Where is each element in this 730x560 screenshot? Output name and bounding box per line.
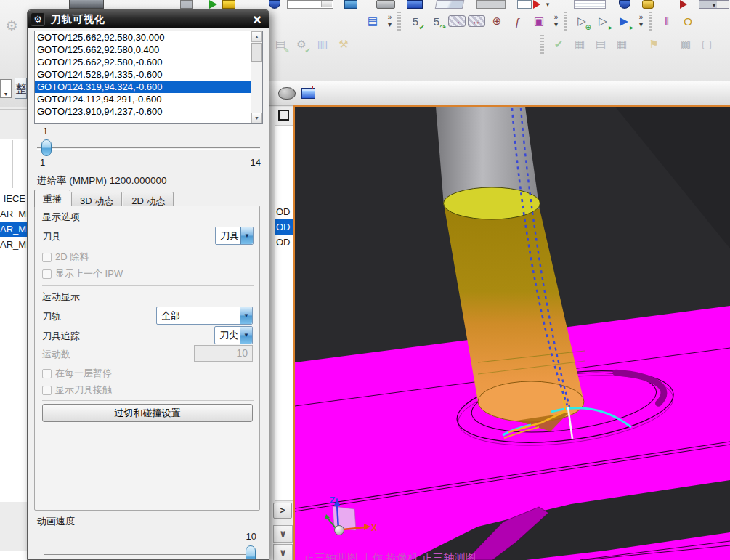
toolbar-overflow[interactable]: »▾: [384, 11, 395, 31]
toolbar-sep[interactable]: [636, 35, 640, 54]
edit-doc-icon[interactable]: ▤✎: [271, 35, 290, 54]
toolbar-sep[interactable]: [668, 35, 672, 54]
shield-icon-fragment[interactable]: [619, 0, 630, 9]
gray-icon-fragment[interactable]: [180, 0, 193, 9]
circle-center-icon[interactable]: ⊕: [487, 12, 506, 31]
navigator-row[interactable]: AR_MI: [0, 222, 27, 237]
tool-list-icon[interactable]: ▤: [591, 35, 610, 54]
panes-icon-fragment[interactable]: [435, 0, 465, 9]
books-icon[interactable]: ▥: [313, 35, 332, 54]
hatch-forward-icon[interactable]: →: [448, 15, 466, 27]
profile-curve-icon[interactable]: 5↷: [427, 12, 446, 31]
navigator-row[interactable]: OD: [275, 219, 293, 235]
shield-icon-fragment[interactable]: [269, 0, 280, 9]
gear-icon[interactable]: ⚙: [31, 12, 45, 26]
images-wand-icon[interactable]: ▩: [676, 35, 695, 54]
combo-box-fragment[interactable]: [287, 0, 333, 9]
gray-rect-fragment[interactable]: [476, 0, 506, 9]
navigator-row[interactable]: AR_MI: [0, 237, 27, 252]
expand-pane-button[interactable]: >: [273, 503, 292, 519]
profile-check-icon[interactable]: 5✔: [406, 12, 425, 31]
selection-filter-combo[interactable]: ▾: [0, 79, 12, 98]
checkbox-show-ipw[interactable]: 显示上一个 IPW: [42, 267, 123, 280]
checkbox-icon[interactable]: [42, 386, 52, 395]
red-play-icon-fragment[interactable]: [680, 0, 687, 9]
checkbox-icon[interactable]: [42, 269, 52, 279]
checkbox-icon[interactable]: [42, 369, 52, 378]
scrollbar-thumb[interactable]: [251, 43, 262, 62]
scroll-up-icon[interactable]: ▲: [251, 31, 262, 42]
goto-row[interactable]: GOTO/124.319,94.324,-0.600: [35, 81, 262, 93]
scrollbar[interactable]: ▲ ▼: [251, 31, 262, 123]
filter-filled-icon[interactable]: ▶▸: [615, 12, 633, 31]
graphics-viewport[interactable]: Z X 正三轴测图 工作 摄像机 正三轴测图: [293, 105, 730, 560]
navigator-row[interactable]: AR_MI: [0, 206, 27, 222]
monitors-icon-fragment[interactable]: [69, 0, 104, 9]
tool-box-icon[interactable]: ▦: [570, 35, 589, 54]
navigator-row[interactable]: OD: [275, 235, 293, 250]
toolbar-handle[interactable]: [397, 12, 401, 31]
toolpath-dropdown[interactable]: 全部 ▼: [156, 307, 253, 325]
blue-box-icon-fragment[interactable]: [407, 0, 423, 9]
toolbar-handle[interactable]: [649, 12, 652, 31]
nested-squares-icon[interactable]: ▣: [530, 12, 548, 31]
scroll-down-icon[interactable]: ▼: [251, 113, 262, 123]
goto-listbox[interactable]: GOTO/125.662,92.580,30.000GOTO/125.662,9…: [34, 31, 263, 124]
yellow-box-icon-fragment[interactable]: [222, 0, 235, 9]
mouse-mode-icon[interactable]: [278, 87, 296, 100]
flag-icon[interactable]: ⚑: [644, 35, 663, 54]
tool-dropdown[interactable]: 刀具 ▼: [215, 227, 254, 245]
hatch-sym-icon[interactable]: ↔: [468, 15, 485, 27]
toolbar-overflow[interactable]: »▾: [636, 11, 646, 31]
wrench-icon[interactable]: ⚒: [334, 35, 353, 54]
tab-3d-dynamic[interactable]: 3D 动态: [71, 192, 122, 207]
goto-row[interactable]: GOTO/124.528,94.335,-0.600: [35, 68, 262, 81]
form-icon-fragment[interactable]: [574, 0, 606, 9]
toolbar-handle[interactable]: [540, 35, 544, 54]
close-icon[interactable]: ×: [248, 12, 266, 28]
toolbar-handle[interactable]: [564, 12, 567, 31]
animation-slider-thumb[interactable]: [246, 545, 256, 560]
class-selection-button[interactable]: 整: [15, 78, 27, 99]
verify-toolpath-icon[interactable]: ✔: [549, 35, 568, 54]
part-icon-fragment[interactable]: [376, 0, 395, 9]
toolbar-sep[interactable]: [721, 35, 725, 54]
navigator-row[interactable]: OD: [275, 204, 293, 219]
scroll-down-button[interactable]: ∨: [273, 525, 293, 543]
step-slider-track[interactable]: [37, 147, 260, 150]
motion-count-field[interactable]: 10: [194, 345, 253, 362]
datum-doc-icon[interactable]: ▤: [363, 12, 382, 31]
spline-icon[interactable]: ƒ: [508, 12, 527, 31]
toolbar-overflow[interactable]: »▾: [551, 11, 561, 31]
play-icon-fragment[interactable]: [209, 0, 217, 9]
clipboard-icon-fragment[interactable]: [344, 0, 357, 9]
gouge-collision-settings-button[interactable]: 过切和碰撞设置: [42, 404, 253, 422]
dropdown-arrow-fragment[interactable]: ▾: [543, 0, 552, 9]
animation-slider-track[interactable]: [44, 554, 256, 556]
doc-copy-icon[interactable]: ▢: [697, 35, 716, 54]
key-icon[interactable]: O: [678, 12, 697, 31]
filter-point-icon[interactable]: ▷⊕: [572, 12, 591, 31]
checkbox-icon[interactable]: [42, 253, 52, 262]
tool-check-icon[interactable]: ⚙✔: [292, 35, 311, 54]
tool-trace-dropdown[interactable]: 刀尖 ▼: [214, 326, 253, 344]
machine-tool-icon[interactable]: ⚙: [1, 14, 23, 37]
checkbox-2d-removal[interactable]: 2D 除料: [42, 251, 89, 264]
step-slider-thumb[interactable]: [41, 139, 52, 156]
bounding-box-icon[interactable]: [301, 88, 315, 99]
chevron-down-icon[interactable]: ▼: [240, 327, 252, 344]
scroll-down-button[interactable]: ∨: [273, 544, 293, 560]
navigator-row[interactable]: IECE: [0, 191, 27, 206]
filter-open-icon[interactable]: ▷▸: [593, 12, 612, 31]
tab-replay[interactable]: 重播: [34, 190, 70, 207]
goto-row[interactable]: GOTO/125.662,92.580,30.000: [35, 31, 262, 44]
chevron-down-icon[interactable]: ▼: [240, 307, 252, 324]
goto-row[interactable]: GOTO/123.910,94.237,-0.600: [35, 105, 262, 118]
navigator-scroll-track[interactable]: [0, 551, 27, 560]
key-icon-fragment[interactable]: [642, 0, 654, 9]
goto-row[interactable]: GOTO/124.112,94.291,-0.600: [35, 93, 262, 105]
page-icon-fragment[interactable]: [517, 0, 532, 9]
dialog-titlebar[interactable]: ⚙ 刀轨可视化 ×: [28, 10, 269, 28]
red-arrow-icon-fragment[interactable]: [533, 0, 540, 9]
machine-bars-icon[interactable]: ‖: [657, 12, 676, 31]
